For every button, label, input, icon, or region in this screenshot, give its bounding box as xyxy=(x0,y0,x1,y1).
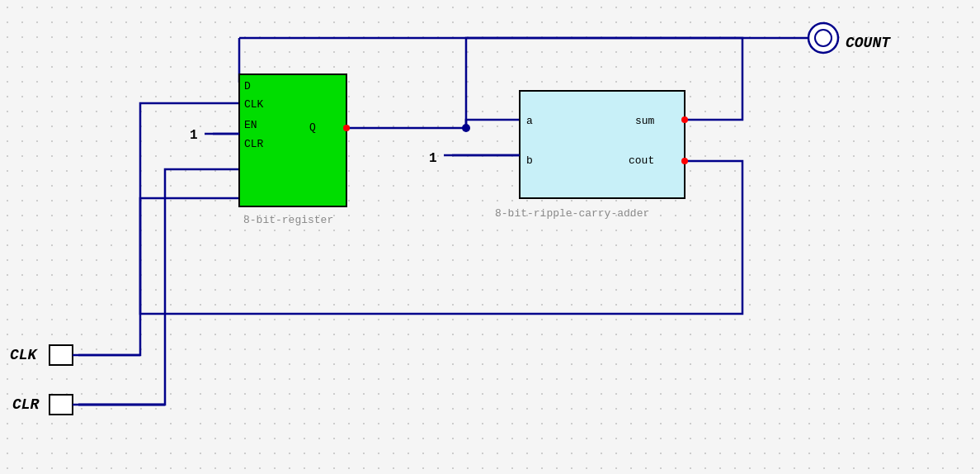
clr-label: CLR xyxy=(12,396,40,413)
wire-clk xyxy=(78,103,239,355)
reg-port-d: D xyxy=(244,80,251,92)
adder-port-cout: cout xyxy=(629,154,654,167)
reg-q-pin xyxy=(343,125,350,131)
clk-terminal xyxy=(49,345,73,365)
const-en: 1 xyxy=(190,128,198,143)
adder-port-b: b xyxy=(526,154,533,167)
adder-label: 8-bit-ripple-carry-adder xyxy=(495,207,649,220)
wire-clr-bottom xyxy=(78,314,165,405)
reg-port-en: EN xyxy=(244,119,257,131)
adder-port-sum: sum xyxy=(635,115,655,127)
adder-sum-pin xyxy=(681,116,688,123)
count-label: COUNT xyxy=(846,35,891,51)
adder-component xyxy=(520,91,685,198)
clr-terminal xyxy=(49,395,73,415)
register-label: 8-bit-register xyxy=(243,214,333,226)
adder-port-a: a xyxy=(526,115,533,127)
adder-cout-pin xyxy=(681,158,688,164)
const-b: 1 xyxy=(429,151,437,166)
reg-port-q: Q xyxy=(309,121,316,134)
wire-q-to-adder-a xyxy=(466,120,520,128)
count-inner-circle xyxy=(815,30,832,46)
clk-label: CLK xyxy=(10,347,39,363)
reg-port-clk: CLK xyxy=(244,98,264,111)
wire-clr-to-reg xyxy=(165,169,239,314)
reg-port-clr: CLR xyxy=(244,138,264,150)
circuit-diagram: D CLK EN CLR Q 8-bit-register a b sum co… xyxy=(0,0,980,474)
